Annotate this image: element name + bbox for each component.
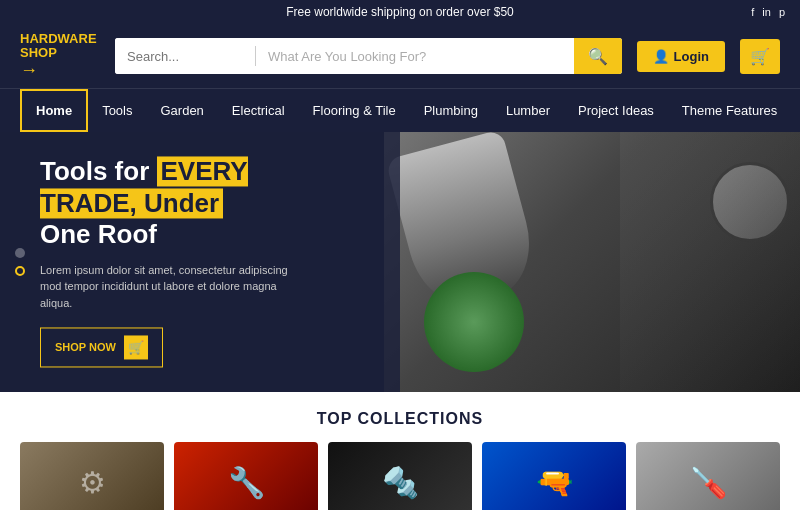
collections-title: TOP COLLECTIONS bbox=[20, 410, 780, 428]
hero-section: Tools for EVERY TRADE, Under One Roof Lo… bbox=[0, 132, 800, 392]
search-button[interactable]: 🔍 bbox=[574, 38, 622, 74]
login-label: Login bbox=[674, 49, 709, 64]
slider-dots bbox=[15, 248, 25, 276]
login-button[interactable]: 👤 Login bbox=[637, 41, 725, 72]
logo[interactable]: HARDWARE SHOP → bbox=[20, 32, 100, 80]
slider-dot-2[interactable] bbox=[15, 266, 25, 276]
nav-item-theme-features[interactable]: Theme Features bbox=[668, 91, 791, 130]
nav-item-plumbing[interactable]: Plumbing bbox=[410, 91, 492, 130]
main-nav: Home Tools Garden Electrical Flooring & … bbox=[0, 88, 800, 132]
cart-button[interactable]: 🛒 bbox=[740, 39, 780, 74]
user-icon: 👤 bbox=[653, 49, 669, 64]
hero-title: Tools for EVERY TRADE, Under One Roof bbox=[40, 157, 340, 251]
hero-description: Lorem ipsum dolor sit amet, consectetur … bbox=[40, 262, 300, 312]
collections-grid bbox=[20, 442, 780, 510]
nav-item-project-ideas[interactable]: Project Ideas bbox=[564, 91, 668, 130]
pinterest-icon[interactable]: p bbox=[779, 6, 785, 18]
hero-content: Tools for EVERY TRADE, Under One Roof Lo… bbox=[40, 157, 340, 368]
collection-item-3[interactable] bbox=[328, 442, 472, 510]
hero-image bbox=[384, 132, 800, 392]
search-hint-text: What Are You Looking For? bbox=[256, 49, 574, 64]
collection-item-4[interactable] bbox=[482, 442, 626, 510]
announcement-text: Free worldwide shipping on order over $5… bbox=[286, 5, 513, 19]
logo-text-line2: SHOP bbox=[20, 46, 100, 60]
facebook-icon[interactable]: f bbox=[751, 6, 754, 18]
search-input[interactable] bbox=[115, 38, 255, 74]
cart-icon: 🛒 bbox=[750, 48, 770, 65]
instagram-icon[interactable]: in bbox=[762, 6, 771, 18]
search-bar: What Are You Looking For? 🔍 bbox=[115, 38, 622, 74]
collection-item-5[interactable] bbox=[636, 442, 780, 510]
collection-item-2[interactable] bbox=[174, 442, 318, 510]
announcement-bar: Free worldwide shipping on order over $5… bbox=[0, 0, 800, 24]
hero-title-part2: One Roof bbox=[40, 219, 157, 249]
slider-dot-1[interactable] bbox=[15, 248, 25, 258]
nav-item-flooring[interactable]: Flooring & Tile bbox=[299, 91, 410, 130]
nav-item-electrical[interactable]: Electrical bbox=[218, 91, 299, 130]
collections-section: TOP COLLECTIONS bbox=[0, 392, 800, 510]
shop-now-button[interactable]: SHOP NOW 🛒 bbox=[40, 328, 163, 368]
nav-item-home[interactable]: Home bbox=[20, 89, 88, 132]
nav-item-tools[interactable]: Tools bbox=[88, 91, 146, 130]
hero-title-part1: Tools for bbox=[40, 157, 157, 187]
shop-cart-icon: 🛒 bbox=[124, 336, 148, 360]
logo-text-line1: HARDWARE bbox=[20, 32, 100, 46]
nav-item-garden[interactable]: Garden bbox=[146, 91, 217, 130]
social-icons-container: f in p bbox=[751, 6, 785, 18]
header: HARDWARE SHOP → What Are You Looking For… bbox=[0, 24, 800, 88]
shop-now-label: SHOP NOW bbox=[55, 342, 116, 354]
collection-item-1[interactable] bbox=[20, 442, 164, 510]
nav-item-lumber[interactable]: Lumber bbox=[492, 91, 564, 130]
logo-arrow-icon: → bbox=[20, 61, 100, 81]
